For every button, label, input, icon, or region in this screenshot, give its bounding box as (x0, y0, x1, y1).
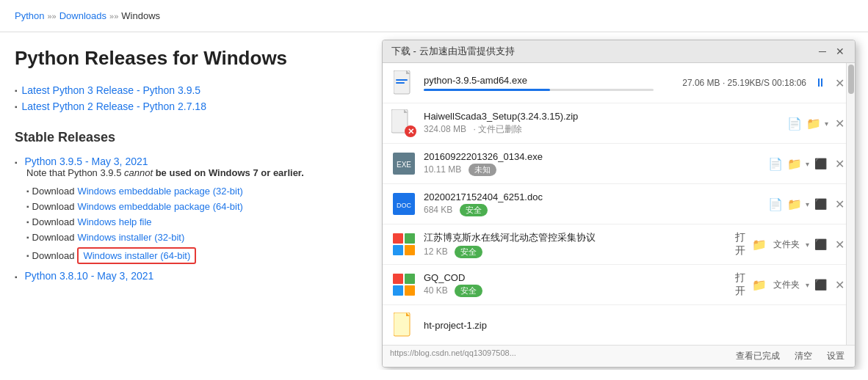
blue-indicator[interactable]: ⬛ (812, 236, 828, 252)
pause-button[interactable]: ⏸ (812, 75, 828, 91)
open-doc-button[interactable]: 📄 (767, 156, 784, 172)
win-embed-64-link[interactable]: Windows embeddable package (64-bit) (77, 201, 242, 212)
status-badge: 安全 (460, 204, 488, 216)
breadcrumb-sep-1: »» (47, 12, 56, 21)
blue-indicator[interactable]: ⬛ (812, 156, 828, 172)
svg-rect-18 (405, 285, 415, 296)
download-info: 江苏博克斯水在线河北动态管控采集协议 12 KB 安全 (424, 231, 726, 258)
window-footer: https://blog.csdn.net/qq13097508... 查看已完… (383, 345, 855, 367)
download-item: 江苏博克斯水在线河北动态管控采集协议 12 KB 安全 打开 📁 文件夹 ▾ ⬛… (383, 224, 855, 265)
win-help-link[interactable]: Windows help file (77, 216, 151, 227)
clear-button[interactable]: 清空 (792, 348, 815, 364)
main-content: Python Releases for Windows Latest Pytho… (0, 32, 868, 370)
window-titlebar: 下载 - 云加速由迅雷提供支持 ─ ✕ (383, 40, 855, 63)
footer-url: https://blog.csdn.net/qq13097508... (390, 348, 516, 364)
download-actions: 打开 📁 文件夹 ▾ ⬛ ✕ (732, 277, 847, 293)
remove-button[interactable]: ✕ (831, 115, 847, 131)
list-item: Download Windows help file (26, 216, 389, 227)
chevron-icon: ▾ (825, 120, 828, 128)
latest-python2-link[interactable]: Latest Python 2 Release - Python 2.7.18 (22, 101, 206, 112)
svg-rect-16 (405, 274, 415, 284)
latest-python3-link[interactable]: Latest Python 3 Release - Python 3.9.5 (22, 84, 201, 96)
open-folder-button[interactable]: 📁 (786, 196, 803, 212)
download-item: DOC 20200217152404_6251.doc 684 KB 安全 📄 … (383, 184, 855, 224)
remove-button[interactable]: ✕ (831, 277, 847, 293)
svg-rect-13 (393, 245, 403, 255)
stable-releases-title: Stable Releases (15, 130, 389, 145)
download-info: GQ_COD 40 KB 安全 (424, 272, 726, 297)
breadcrumb-python[interactable]: Python (15, 10, 44, 21)
remove-button[interactable]: ✕ (831, 156, 847, 172)
list-item: Download Windows installer (64-bit) (26, 247, 389, 264)
list-item: Python 3.9.5 - May 3, 2021 Note that Pyt… (15, 156, 389, 264)
python3810-link[interactable]: Python 3.8.10 - May 3, 2021 (24, 270, 153, 282)
zip-error-icon: ✕ (390, 109, 418, 137)
settings-button[interactable]: 设置 (824, 348, 847, 364)
blue-indicator[interactable]: ⬛ (812, 277, 828, 293)
progress-fill (424, 89, 550, 91)
open-doc-button[interactable]: 打开 (732, 236, 748, 252)
breadcrumb-windows: Windows (121, 10, 160, 21)
close-button[interactable]: ✕ (834, 45, 846, 57)
remove-button[interactable]: ✕ (831, 236, 847, 252)
svg-rect-15 (393, 274, 403, 284)
minimize-button[interactable]: ─ (817, 45, 828, 57)
download-sub: 10.11 MB 未知 (424, 164, 762, 176)
breadcrumb-sep-2: »» (109, 12, 118, 21)
download-item: GQ_COD 40 KB 安全 打开 📁 文件夹 ▾ ⬛ ✕ (383, 265, 855, 305)
win-exe-icon (390, 230, 418, 258)
scrollbar[interactable] (846, 63, 855, 345)
window-body: python-3.9.5-amd64.exe 27.06 MB · 25.19K… (383, 63, 855, 345)
highlighted-download: Windows installer (64-bit) (77, 247, 196, 264)
open-folder-button[interactable]: 📁 (751, 236, 767, 252)
win-exe-icon2 (390, 271, 418, 299)
open-folder-button[interactable]: 📁 (786, 156, 803, 172)
file-icon (390, 69, 418, 97)
folder-label: 文件夹 (770, 277, 803, 293)
open-doc-button[interactable]: 📄 (767, 196, 784, 212)
window-controls: ─ ✕ (817, 45, 846, 57)
svg-rect-4 (396, 82, 405, 84)
download-size: 27.06 MB · 25.19KB/S 00:18:06 (659, 78, 806, 88)
left-panel: Python Releases for Windows Latest Pytho… (15, 47, 389, 355)
status-badge: 安全 (455, 285, 482, 297)
open-button[interactable]: 打开 (732, 277, 748, 293)
view-completed-button[interactable]: 查看已完成 (733, 348, 783, 364)
win-installer-32-link[interactable]: Windows installer (32-bit) (77, 232, 184, 243)
download-actions: 📄 📁 ▾ ⬛ ✕ (767, 196, 847, 212)
list-item: Download Windows installer (32-bit) (26, 232, 389, 243)
breadcrumb-downloads[interactable]: Downloads (59, 10, 106, 21)
download-item: ht-project-1.zip (383, 305, 855, 345)
open-folder-button[interactable]: 📁 (751, 277, 767, 293)
download-filename: 20160922201326_0134.exe (424, 151, 762, 162)
win-installer-64-link[interactable]: Windows installer (64-bit) (83, 250, 190, 261)
download-filename: 江苏博克斯水在线河北动态管控采集协议 (424, 231, 726, 244)
win-embed-32-link[interactable]: Windows embeddable package (32-bit) (77, 186, 242, 197)
latest-releases-list: Latest Python 3 Release - Python 3.9.5 L… (15, 84, 389, 112)
svg-rect-17 (393, 285, 403, 296)
folder-label: 文件夹 (770, 237, 803, 252)
chevron-icon: ▾ (806, 241, 809, 249)
python395-link[interactable]: Python 3.9.5 - May 3, 2021 (24, 156, 148, 167)
download-actions: 📄 📁 ▾ ⬛ ✕ (767, 156, 847, 172)
svg-text:DOC: DOC (397, 202, 412, 209)
footer-buttons: 查看已完成 清空 设置 (733, 348, 847, 364)
list-item: Python 3.8.10 - May 3, 2021 (15, 270, 389, 282)
remove-button[interactable]: ✕ (831, 196, 847, 212)
open-doc-button[interactable]: 📄 (786, 115, 803, 131)
download-actions: 📄 📁 ▾ ✕ (786, 115, 847, 131)
chevron-icon: ▾ (806, 200, 809, 208)
download-info: python-3.9.5-amd64.exe (424, 75, 654, 91)
chevron-icon: ▾ (806, 281, 809, 289)
download-sub: 40 KB 安全 (424, 285, 726, 297)
download-filename: HaiwellScada3_Setup(3.24.3.15).zip (424, 111, 781, 122)
scroll-thumb[interactable] (848, 65, 854, 94)
progress-bar (424, 89, 654, 91)
open-folder-button[interactable]: 📁 (806, 115, 822, 131)
blue-indicator[interactable]: ⬛ (812, 196, 828, 212)
cancel-button[interactable]: ✕ (831, 75, 847, 91)
svg-rect-12 (405, 233, 415, 244)
status-badge: 安全 (455, 246, 482, 258)
download-sub: 12 KB 安全 (424, 246, 726, 258)
window-title: 下载 - 云加速由迅雷提供支持 (391, 45, 515, 58)
